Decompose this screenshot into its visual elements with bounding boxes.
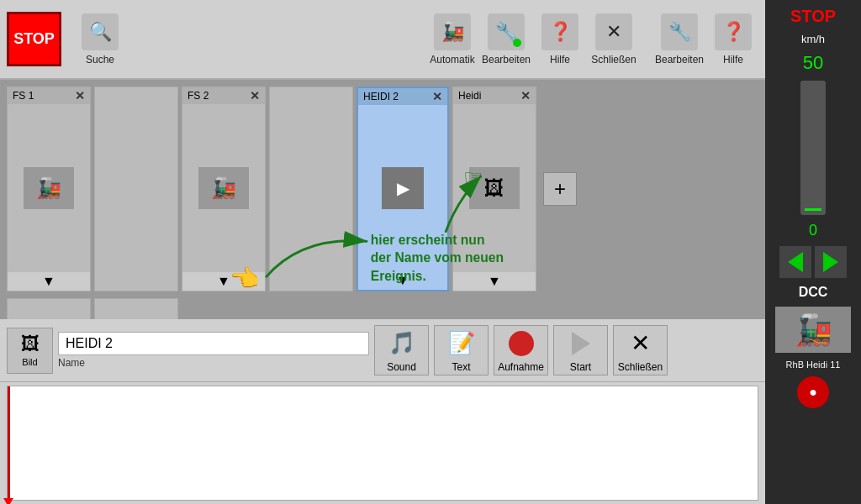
- nav-right-button[interactable]: [815, 246, 847, 278]
- start-icon: [566, 328, 596, 359]
- plus-small: +: [192, 298, 198, 319]
- sidebar-dcc-label: DCC: [799, 285, 828, 300]
- timeline[interactable]: [7, 386, 758, 501]
- panel-empty4-bg: [95, 299, 177, 319]
- panel-empty2: [269, 87, 353, 291]
- hilfe2-icon: ❓: [715, 13, 752, 50]
- aufnahme-icon: [506, 328, 536, 359]
- spacer1: [182, 298, 188, 319]
- panel-heidi2-close[interactable]: ✕: [432, 90, 442, 103]
- sidebar-kmh-label: km/h: [801, 33, 825, 45]
- panel-empty3-bg: [8, 299, 90, 319]
- start-button[interactable]: Start: [553, 325, 608, 375]
- bottom-section: 🖼 Bild Name 🎵 Sound 📝 Text: [0, 319, 765, 504]
- panel-empty4: [94, 298, 178, 319]
- panel-heidi: Heidi ✕ 🖼 ▼: [452, 87, 536, 291]
- panel-heidi-thumb[interactable]: 🖼: [453, 104, 536, 272]
- stop-button[interactable]: STOP: [7, 12, 61, 66]
- sidebar-speed-value: 50: [803, 52, 823, 74]
- panel-fs2-close[interactable]: ✕: [250, 89, 260, 102]
- panels-row: FS 1 ✕ 🚂 ▼ FS 2 ✕: [0, 80, 765, 298]
- bild-label: Bild: [22, 357, 37, 367]
- schliessen-bottom-icon: ✕: [626, 328, 656, 359]
- panel-fs2-thumb[interactable]: 🚂: [182, 104, 265, 272]
- panel-heidi2-dropdown[interactable]: ▼: [396, 273, 409, 288]
- panel-heidi-image: 🖼: [469, 167, 520, 209]
- panel-fs1-dropdown[interactable]: ▼: [42, 274, 55, 289]
- panel-heidi2-label: HEIDI 2: [363, 91, 399, 102]
- suche-button[interactable]: 🔍 Suche: [75, 6, 125, 73]
- panel-heidi-dropdown[interactable]: ▼: [488, 274, 501, 289]
- timeline-marker: [8, 386, 10, 500]
- text-button[interactable]: 📝 Text: [434, 325, 489, 375]
- add-panel-area: +: [540, 87, 580, 291]
- bearbeiten-icon: 🔧: [488, 13, 525, 50]
- panel-fs1-header: FS 1 ✕: [8, 87, 90, 104]
- panel-fs1: FS 1 ✕ 🚂 ▼: [7, 87, 91, 291]
- bearbeiten2-button[interactable]: 🔧 Bearbeiten: [654, 6, 705, 73]
- panel-fs2-dropdown[interactable]: ▼: [217, 274, 230, 289]
- nav-left-arrow-icon: [788, 252, 803, 272]
- timeline-arrow: [3, 498, 13, 504]
- panel-empty2-thumb: [270, 87, 352, 291]
- panels-row2: +: [0, 298, 765, 319]
- panel-heidi2-thumb[interactable]: ▶: [358, 105, 447, 271]
- hilfe2-button[interactable]: ❓ Hilfe: [708, 6, 758, 73]
- handbrake-button[interactable]: ●: [797, 376, 829, 408]
- panel-fs2: FS 2 ✕ 🚂 ▼: [182, 87, 266, 291]
- panel-heidi-close[interactable]: ✕: [520, 89, 531, 102]
- panel-fs1-label: FS 1: [13, 90, 34, 102]
- schliessen-button[interactable]: ✕ Schließen: [589, 6, 639, 73]
- name-label: Name: [58, 357, 369, 369]
- panel-heidi2-play[interactable]: ▶: [382, 167, 424, 209]
- top-toolbar: STOP 🔍 Suche 🚂 Automatik 🔧 Bearbeiten ❓ …: [0, 0, 765, 80]
- automatik-icon: 🚂: [434, 13, 471, 50]
- panel-heidi2-footer: ▼: [358, 271, 447, 290]
- bild-button[interactable]: 🖼 Bild: [7, 328, 53, 374]
- panel-heidi2-header: HEIDI 2 ✕: [358, 88, 447, 105]
- sidebar: STOP km/h 50 0 DCC 🚂 RhB Heidi 11 ●: [765, 0, 861, 504]
- panel-fs2-header: FS 2 ✕: [182, 87, 265, 104]
- panel-fs2-footer: ▼: [182, 272, 265, 291]
- panel-heidi-header: Heidi ✕: [453, 87, 536, 104]
- loco-thumbnail[interactable]: 🚂: [775, 307, 851, 353]
- panel-empty1-thumb: [95, 87, 177, 291]
- sound-button[interactable]: 🎵 Sound: [374, 325, 429, 375]
- bottom-toolbar: 🖼 Bild Name 🎵 Sound 📝 Text: [0, 319, 765, 382]
- bearbeiten-button[interactable]: 🔧 Bearbeiten: [481, 6, 531, 73]
- panel-empty3: [7, 298, 91, 319]
- panel-fs1-image: 🚂: [24, 167, 74, 209]
- loco-name: RhB Heidi 11: [786, 360, 841, 370]
- text-label: Text: [452, 361, 470, 373]
- add-panel-button[interactable]: +: [543, 172, 577, 206]
- aufnahme-button[interactable]: Aufnahme: [494, 325, 548, 375]
- speed-bar: [800, 81, 826, 215]
- nav-left-button[interactable]: [779, 246, 811, 278]
- speed-indicator: [805, 208, 821, 211]
- panel-fs1-close[interactable]: ✕: [75, 89, 85, 102]
- hilfe-button[interactable]: ❓ Hilfe: [535, 6, 585, 73]
- suche-icon: 🔍: [82, 13, 119, 50]
- loco-image: 🚂: [795, 312, 832, 348]
- nav-right-arrow-icon: [823, 252, 838, 272]
- schliessen-bottom-label: Schließen: [618, 361, 663, 373]
- text-icon: 📝: [446, 328, 477, 359]
- canvas-area: FS 1 ✕ 🚂 ▼ FS 2 ✕: [0, 80, 765, 319]
- name-field-wrap: Name: [58, 332, 369, 369]
- panel-fs1-thumb[interactable]: 🚂: [8, 104, 90, 272]
- sound-icon: 🎵: [387, 328, 417, 359]
- nav-buttons: [779, 246, 847, 278]
- aufnahme-label: Aufnahme: [498, 361, 544, 373]
- panel-fs2-image: 🚂: [198, 167, 249, 209]
- hilfe-icon: ❓: [541, 13, 578, 50]
- sidebar-indicator-value: 0: [809, 222, 817, 239]
- schliessen-icon: ✕: [595, 13, 632, 50]
- panel-heidi2: HEIDI 2 ✕ ▶ ▼: [357, 87, 449, 291]
- sidebar-stop-label: STOP: [790, 7, 836, 26]
- name-input[interactable]: [58, 332, 369, 355]
- panel-empty1: [94, 87, 178, 291]
- automatik-button[interactable]: 🚂 Automatik: [427, 6, 478, 73]
- schliessen-bottom-button[interactable]: ✕ Schließen: [613, 325, 668, 375]
- panel-heidi-label: Heidi: [458, 90, 481, 102]
- bearbeiten2-icon: 🔧: [661, 13, 698, 50]
